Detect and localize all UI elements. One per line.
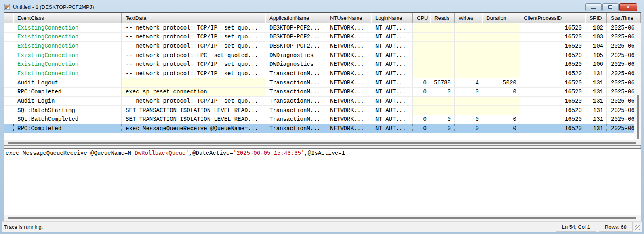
grid-cell-ntuser[interactable]: NETWORK... xyxy=(326,33,371,42)
grid-cell-reads[interactable]: 0 xyxy=(430,115,455,124)
grid-cell-clientpid[interactable]: 16520 xyxy=(520,60,585,69)
header-cell-spid[interactable]: SPID xyxy=(585,13,607,23)
row-selector-cell[interactable] xyxy=(4,60,13,69)
grid-cell-event[interactable]: Audit Login xyxy=(13,97,122,105)
grid-cell-reads[interactable] xyxy=(430,33,455,42)
grid-cell-writes[interactable]: 0 xyxy=(455,115,482,124)
grid-cell-spid[interactable]: 131 xyxy=(585,124,607,133)
grid-cell-reads[interactable] xyxy=(430,106,455,115)
row-selector-cell[interactable] xyxy=(4,51,13,60)
grid-cell-spid[interactable]: 131 xyxy=(585,88,607,97)
grid-vscroll-thumb[interactable] xyxy=(637,95,639,139)
header-cell-ntuser[interactable]: NTUserName xyxy=(326,13,371,23)
grid-cell-writes[interactable] xyxy=(455,42,482,51)
grid-cell-spid[interactable]: 131 xyxy=(585,78,607,87)
grid-cell-ntuser[interactable]: NETWORK... xyxy=(326,124,371,133)
row-selector-cell[interactable] xyxy=(4,106,13,115)
grid-cell-reads[interactable] xyxy=(430,23,455,32)
grid-cell-writes[interactable] xyxy=(455,60,482,69)
grid-cell-ntuser[interactable]: NETWORK... xyxy=(326,60,371,69)
grid-cell-text[interactable]: -- network protocol: LPC set quoted... xyxy=(122,51,265,60)
grid-cell-ntuser[interactable]: NETWORK... xyxy=(326,97,371,105)
grid-cell-text[interactable]: -- network protocol: TCP/IP set quo... xyxy=(122,97,265,105)
grid-cell-spid[interactable]: 102 xyxy=(585,23,607,32)
grid-cell-text[interactable]: -- network protocol: TCP/IP set quo... xyxy=(122,69,265,78)
grid-cell-login[interactable]: NT AUT... xyxy=(371,60,413,69)
grid-cell-app[interactable]: TransactionM... xyxy=(265,69,326,78)
grid-cell-spid[interactable]: 131 xyxy=(585,69,607,78)
grid-cell-text[interactable]: -- network protocol: TCP/IP set quo... xyxy=(122,23,265,32)
grid-cell-duration[interactable] xyxy=(482,23,520,32)
trace-row[interactable]: ExistingConnection-- network protocol: L… xyxy=(4,51,641,60)
row-selector-cell[interactable] xyxy=(4,97,13,105)
grid-cell-app[interactable]: TransactionM... xyxy=(265,106,326,115)
grid-cell-cpu[interactable]: 0 xyxy=(413,78,430,87)
grid-cell-writes[interactable] xyxy=(455,106,482,115)
grid-cell-login[interactable]: NT AUT... xyxy=(371,51,413,60)
grid-cell-event[interactable]: ExistingConnection xyxy=(13,60,122,69)
grid-cell-event[interactable]: ExistingConnection xyxy=(13,51,122,60)
grid-cell-clientpid[interactable]: 16520 xyxy=(520,78,585,87)
grid-cell-duration[interactable] xyxy=(482,69,520,78)
grid-cell-clientpid[interactable]: 16520 xyxy=(520,69,585,78)
grid-cell-text[interactable]: exec MessageQueueReceive @QueueName=... xyxy=(122,124,265,133)
grid-cell-clientpid[interactable]: 16520 xyxy=(520,106,585,115)
grid-cell-login[interactable]: NT AUT... xyxy=(371,23,413,32)
grid-cell-duration[interactable]: 0 xyxy=(482,88,520,97)
trace-row[interactable]: SQL:BatchStartingSET TRANSACTION ISOLATI… xyxy=(4,106,641,115)
grid-cell-text[interactable]: -- network protocol: TCP/IP set quo... xyxy=(122,33,265,42)
grid-cell-login[interactable]: NT AUT... xyxy=(371,106,413,115)
trace-row[interactable]: RPC:Completedexec sp_reset_connectionTra… xyxy=(4,88,641,97)
grid-cell-cpu[interactable] xyxy=(413,42,430,51)
grid-cell-writes[interactable] xyxy=(455,69,482,78)
grid-cell-reads[interactable] xyxy=(430,42,455,51)
grid-cell-clientpid[interactable]: 16520 xyxy=(520,124,585,133)
header-cell-app[interactable]: ApplicationName xyxy=(265,13,326,23)
grid-cell-app[interactable]: TransactionM... xyxy=(265,78,326,87)
grid-cell-event[interactable]: SQL:BatchCompleted xyxy=(13,115,122,124)
grid-cell-login[interactable]: NT AUT... xyxy=(371,78,413,87)
trace-row[interactable]: RPC:Completedexec MessageQueueReceive @Q… xyxy=(4,124,641,133)
grid-cell-event[interactable]: ExistingConnection xyxy=(13,33,122,42)
grid-cell-text[interactable]: exec sp_reset_connection xyxy=(122,88,265,97)
grid-cell-clientpid[interactable]: 16520 xyxy=(520,23,585,32)
grid-cell-app[interactable]: DESKTOP-PCF2... xyxy=(265,42,326,51)
grid-cell-login[interactable]: NT AUT... xyxy=(371,88,413,97)
grid-hscroll-thumb[interactable] xyxy=(8,142,636,144)
grid-cell-login[interactable]: NT AUT... xyxy=(371,115,413,124)
trace-row[interactable]: ExistingConnection-- network protocol: T… xyxy=(4,69,641,78)
grid-cell-ntuser[interactable]: NETWORK... xyxy=(326,88,371,97)
row-selector-cell[interactable] xyxy=(4,42,13,51)
trace-row[interactable]: ExistingConnection-- network protocol: T… xyxy=(4,33,641,42)
grid-cell-clientpid[interactable]: 16520 xyxy=(520,97,585,105)
grid-cell-reads[interactable]: 0 xyxy=(430,88,455,97)
grid-cell-event[interactable]: RPC:Completed xyxy=(13,124,122,133)
trace-row[interactable]: Audit Login-- network protocol: TCP/IP s… xyxy=(4,97,641,106)
grid-cell-spid[interactable]: 106 xyxy=(585,60,607,69)
grid-cell-event[interactable]: ExistingConnection xyxy=(13,23,122,32)
grid-cell-reads[interactable]: 0 xyxy=(430,124,455,133)
grid-cell-cpu[interactable] xyxy=(413,106,430,115)
grid-cell-spid[interactable]: 105 xyxy=(585,51,607,60)
grid-cell-duration[interactable]: 0 xyxy=(482,115,520,124)
grid-cell-ntuser[interactable]: NETWORK... xyxy=(326,69,371,78)
resize-grip-icon[interactable] xyxy=(635,225,641,231)
grid-cell-login[interactable]: NT AUT... xyxy=(371,69,413,78)
grid-cell-event[interactable]: SQL:BatchStarting xyxy=(13,106,122,115)
row-selector-cell[interactable] xyxy=(4,88,13,97)
row-selector-cell[interactable] xyxy=(4,33,13,42)
grid-cell-spid[interactable]: 103 xyxy=(585,33,607,42)
grid-cell-event[interactable]: RPC:Completed xyxy=(13,88,122,97)
grid-cell-ntuser[interactable]: NETWORK... xyxy=(326,115,371,124)
grid-cell-reads[interactable]: 56788 xyxy=(430,78,455,87)
grid-cell-cpu[interactable] xyxy=(413,33,430,42)
grid-cell-event[interactable]: ExistingConnection xyxy=(13,42,122,51)
grid-cell-duration[interactable]: 5020 xyxy=(482,78,520,87)
minimize-button[interactable] xyxy=(585,3,602,11)
grid-cell-text[interactable] xyxy=(122,78,265,87)
grid-cell-ntuser[interactable]: NETWORK... xyxy=(326,51,371,60)
grid-cell-app[interactable]: DWDiagnostics xyxy=(265,60,326,69)
grid-cell-writes[interactable]: 0 xyxy=(455,88,482,97)
grid-cell-duration[interactable] xyxy=(482,60,520,69)
header-cell-reads[interactable]: Reads xyxy=(430,13,455,23)
